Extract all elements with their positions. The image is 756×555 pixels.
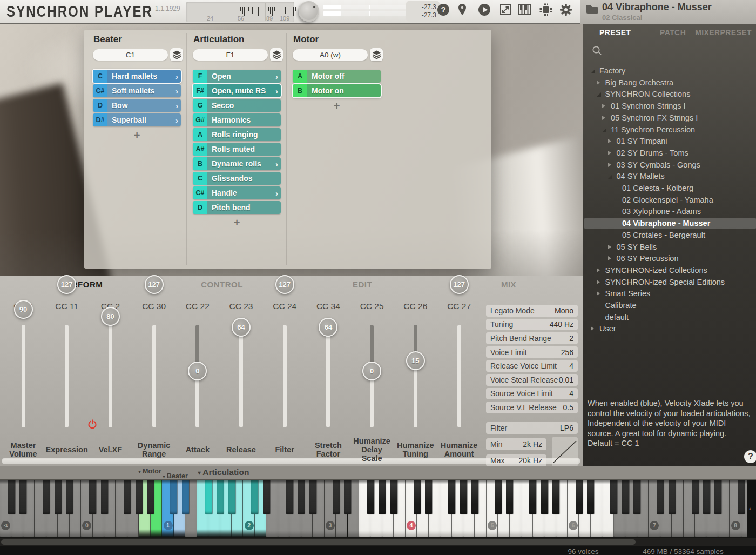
key-A#1[interactable]	[228, 480, 235, 514]
tree-item-smart-series[interactable]: Smart Series	[583, 288, 756, 300]
add-keyswitch-button-beater[interactable]: +	[93, 130, 181, 140]
setting-source-voice-limit[interactable]: Source Voice Limit4	[486, 388, 578, 400]
setting-voice-limit[interactable]: Voice Limit256	[486, 346, 578, 358]
tree-item-user[interactable]: User	[583, 323, 756, 335]
slider-thumb[interactable]: 80	[101, 307, 120, 326]
key-D#1[interactable]	[182, 480, 189, 514]
keyswitch-item-hard-mallets[interactable]: CHard mallets›	[93, 70, 181, 83]
layers-button-articulation[interactable]	[270, 48, 283, 61]
tree-item-11-synchron-percussion[interactable]: 11 Synchron Percussion	[583, 124, 756, 136]
tree-collapsed-icon[interactable]	[608, 163, 611, 167]
key-D#6[interactable]	[587, 480, 594, 514]
tree-expanded-icon[interactable]	[602, 128, 606, 132]
tree-item-01-sy-timpani[interactable]: 01 SY Timpani	[583, 136, 756, 148]
range-label-articulation[interactable]: ▾Articulation	[198, 467, 249, 477]
slider-thumb[interactable]: 15	[406, 351, 425, 370]
keyboard-scrollbar[interactable]	[1, 539, 636, 545]
key-F#1[interactable]	[205, 480, 212, 514]
keyswitch-item-handle[interactable]: C#Handle›	[193, 186, 281, 199]
setting-release-voice-limit[interactable]: Release Voice Limit4	[486, 360, 578, 372]
tree-collapsed-icon[interactable]	[602, 104, 605, 108]
play-icon[interactable]	[477, 3, 491, 19]
key-F#4[interactable]	[448, 480, 455, 514]
tree-item-03-sy-cymbals-gongs[interactable]: 03 SY Cymbals - Gongs	[583, 159, 756, 171]
slider-thumb[interactable]: 0	[188, 362, 207, 380]
tree-item-calibrate[interactable]: Calibrate	[583, 300, 756, 312]
tab-mixerpreset[interactable]: MIXERPRESET	[695, 28, 752, 37]
tree-item-factory[interactable]: Factory	[583, 65, 756, 77]
keyswitch-item-soft-mallets[interactable]: C#Soft mallets›	[93, 84, 181, 97]
location-pin-icon[interactable]	[455, 3, 469, 19]
tab-mix[interactable]: MIX	[501, 280, 516, 289]
setting-filter-max[interactable]: Max20k Hz	[486, 454, 546, 466]
tree-item-05-crotales-bergerault[interactable]: 05 Crotales - Bergerault	[583, 230, 756, 242]
setting-source-v-l-release[interactable]: Source V.L Release0.5	[486, 402, 578, 413]
key-F#3[interactable]	[367, 480, 374, 514]
key-A#3[interactable]	[390, 480, 397, 514]
tree-item-05-synchron-fx-strings-i[interactable]: 05 Synchron FX Strings I	[583, 112, 756, 124]
setting-filter[interactable]: FilterLP6	[486, 422, 578, 434]
slider-thumb[interactable]: 127	[275, 275, 294, 294]
search-icon[interactable]	[592, 45, 603, 58]
slider-track[interactable]	[65, 325, 69, 427]
key-C#1[interactable]	[170, 480, 177, 514]
key-D#5[interactable]	[506, 480, 513, 514]
tree-item-04-sy-mallets[interactable]: 04 SY Mallets	[583, 171, 756, 183]
key-D#4[interactable]	[425, 480, 432, 514]
key-C#4[interactable]	[414, 480, 421, 514]
keyswitch-root-dropdown-articulation[interactable]: F1	[193, 49, 268, 61]
slider-thumb[interactable]: 64	[232, 318, 251, 337]
keyswitch-item-motor-off[interactable]: AMotor off	[293, 70, 381, 83]
layers-button-beater[interactable]	[170, 48, 183, 61]
tree-item-synchron-collections[interactable]: SYNCHRON Collections	[583, 89, 756, 101]
key-G#4[interactable]	[460, 480, 467, 514]
tree-item-synchron-ized-special-editions[interactable]: SYNCHRON-ized Special Editions	[583, 277, 756, 289]
tree-item-06-sy-percussion[interactable]: 06 SY Percussion	[583, 253, 756, 265]
slider-thumb[interactable]: 127	[145, 275, 164, 294]
tree-collapsed-icon[interactable]	[608, 256, 611, 260]
add-keyswitch-button-motor[interactable]: +	[293, 101, 381, 111]
setting-pitch-bend-range[interactable]: Pitch Bend Range2	[486, 332, 578, 344]
tree-expanded-icon[interactable]	[597, 92, 601, 97]
slider-thumb[interactable]: 64	[319, 318, 338, 337]
tree-collapsed-icon[interactable]	[591, 326, 594, 331]
tree-item-02-glockenspiel-yamaha[interactable]: 02 Glockenspiel - Yamaha	[583, 195, 756, 206]
tree-item-05-sy-bells[interactable]: 05 SY Bells	[583, 242, 756, 253]
tree-collapsed-icon[interactable]	[597, 280, 600, 284]
help-icon[interactable]: ?	[436, 3, 450, 19]
keyswitch-item-pitch-bend[interactable]: DPitch bend	[193, 201, 281, 214]
keyswitch-item-harmonics[interactable]: G#Harmonics	[193, 113, 281, 126]
setting-legato-mode[interactable]: Legato ModeMono	[486, 305, 578, 317]
setting-tuning[interactable]: Tuning440 Hz	[486, 319, 578, 331]
tree-item-synchron-ized-collections[interactable]: SYNCHRON-ized Collections	[583, 265, 756, 277]
tree-item-big-bang-orchestra[interactable]: Big Bang Orchestra	[583, 77, 756, 89]
key-C#5[interactable]	[495, 480, 502, 514]
velxf-power-toggle[interactable]	[87, 419, 97, 431]
keyboard-view-icon[interactable]	[517, 3, 532, 19]
tree-item-01-synchron-strings-i[interactable]: 01 Synchron Strings I	[583, 101, 756, 112]
slider-thumb[interactable]: 127	[450, 275, 469, 294]
keyswitch-root-dropdown-motor[interactable]: A0 (w)	[293, 49, 368, 61]
tree-item-default[interactable]: default	[583, 312, 756, 324]
slider-track[interactable]	[109, 325, 112, 427]
tree-collapsed-icon[interactable]	[608, 151, 611, 155]
key-C#2[interactable]	[251, 480, 258, 514]
layers-button-motor[interactable]	[370, 48, 383, 61]
tree-item-03-xylophone-adams[interactable]: 03 Xylophone - Adams	[583, 206, 756, 218]
slider-track[interactable]	[22, 325, 25, 427]
setting-voice-steal-release[interactable]: Voice Steal Release0.01	[486, 374, 578, 386]
tree-expanded-icon[interactable]	[608, 175, 612, 179]
keyswitch-item-rolls-muted[interactable]: A#Rolls muted	[193, 143, 281, 156]
settings-gear-icon[interactable]	[559, 3, 573, 19]
keyswitch-item-open-mute-rs[interactable]: F#Open, mute RS›	[193, 84, 281, 97]
keyswitch-item-glissandos[interactable]: CGlissandos	[193, 172, 281, 185]
keyswitch-item-superball[interactable]: D#Superball›	[93, 113, 181, 126]
tree-collapsed-icon[interactable]	[597, 291, 600, 296]
slider-track[interactable]	[414, 325, 417, 427]
engine-chip-icon[interactable]	[539, 3, 553, 19]
scroll-left-arrow-icon[interactable]: ←	[747, 503, 755, 512]
tree-collapsed-icon[interactable]	[597, 81, 600, 85]
slider-track[interactable]	[457, 325, 461, 427]
add-keyswitch-button-articulation[interactable]: +	[193, 218, 281, 228]
tree-item-02-sy-drums-toms[interactable]: 02 SY Drums - Toms	[583, 148, 756, 159]
